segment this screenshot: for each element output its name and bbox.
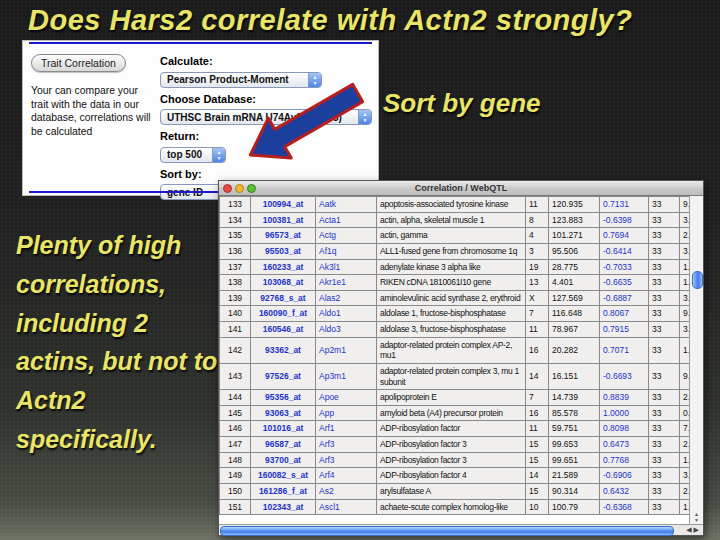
n-cases: 33 bbox=[649, 499, 680, 515]
gene-symbol[interactable]: Alas2 bbox=[316, 290, 377, 306]
description: arylsulfatase A bbox=[377, 483, 526, 499]
p-value: 1.50e-05 bbox=[680, 499, 690, 515]
gene-symbol[interactable]: Ascl1 bbox=[316, 499, 377, 515]
p-value: 2.89e-05 bbox=[680, 483, 690, 499]
probe-id[interactable]: 160090_f_at bbox=[251, 306, 316, 322]
close-icon[interactable] bbox=[223, 184, 232, 193]
minimize-icon[interactable] bbox=[235, 184, 244, 193]
gene-symbol[interactable]: Arf3 bbox=[316, 437, 377, 453]
description: aminolevulinic acid synthase 2, erythroi… bbox=[377, 290, 526, 306]
gene-symbol[interactable]: Aldo1 bbox=[316, 306, 377, 322]
correlation-table-body: 133100994_atAatkapoptosis-associated tyr… bbox=[220, 197, 690, 515]
position-mb: 16.151 bbox=[549, 363, 600, 389]
zoom-icon[interactable] bbox=[247, 184, 256, 193]
description: ALL1-fused gene from chromosome 1q bbox=[377, 243, 526, 259]
horizontal-scrollbar[interactable]: ◀▶ bbox=[219, 524, 703, 535]
n-cases: 33 bbox=[649, 322, 680, 338]
p-value: 2.40e-08 bbox=[680, 228, 690, 244]
probe-id[interactable]: 102343_at bbox=[251, 499, 316, 515]
probe-id[interactable]: 96573_at bbox=[251, 228, 316, 244]
description: aldolase 1, fructose-bisphosphatase bbox=[377, 306, 526, 322]
gene-symbol[interactable]: Af1q bbox=[316, 243, 377, 259]
description: actin, gamma bbox=[377, 228, 526, 244]
gene-symbol[interactable]: App bbox=[316, 405, 377, 421]
correlation: 0.7694 bbox=[600, 228, 649, 244]
chromosome: 3 bbox=[526, 243, 549, 259]
probe-id[interactable]: 95356_at bbox=[251, 390, 316, 406]
gene-symbol[interactable]: Arf1 bbox=[316, 421, 377, 437]
n-cases: 33 bbox=[649, 337, 680, 363]
probe-id[interactable]: 160546_at bbox=[251, 322, 316, 338]
n-cases: 33 bbox=[649, 228, 680, 244]
calculate-label: Calculate: bbox=[160, 55, 372, 67]
gene-symbol[interactable]: Arf3 bbox=[316, 452, 377, 468]
table-row: 14796587_atArf3ADP-ribosylation factor 3… bbox=[220, 437, 690, 453]
correlation: 0.8098 bbox=[600, 421, 649, 437]
window-titlebar[interactable]: Correlation / WebQTL bbox=[219, 181, 703, 196]
vertical-scrollbar-thumb[interactable] bbox=[692, 271, 703, 289]
position-mb: 95.506 bbox=[549, 243, 600, 259]
n-cases: 33 bbox=[649, 275, 680, 291]
row-index: 144 bbox=[220, 390, 251, 406]
trait-correlation-button[interactable]: Trait Correlation bbox=[31, 54, 126, 72]
gene-symbol[interactable]: Aldo3 bbox=[316, 322, 377, 338]
probe-id[interactable]: 95503_at bbox=[251, 243, 316, 259]
description: ADP-ribosylation factor bbox=[377, 421, 526, 437]
table-row: 14893700_atArf3ADP-ribosylation factor 3… bbox=[220, 452, 690, 468]
probe-id[interactable]: 92768_s_at bbox=[251, 290, 316, 306]
gene-symbol[interactable]: Actg bbox=[316, 228, 377, 244]
row-index: 135 bbox=[220, 228, 251, 244]
row-index: 133 bbox=[220, 197, 251, 213]
gene-symbol[interactable]: Ap3m1 bbox=[316, 363, 377, 389]
probe-id[interactable]: 93700_at bbox=[251, 452, 316, 468]
window-title: Correlation / WebQTL bbox=[219, 183, 703, 193]
gene-symbol[interactable]: Akr1e1 bbox=[316, 275, 377, 291]
n-cases: 33 bbox=[649, 290, 680, 306]
row-index: 134 bbox=[220, 212, 251, 228]
table-row: 133100994_atAatkapoptosis-associated tyr… bbox=[220, 197, 690, 213]
description: aldolase 3, fructose-bisphosphatase bbox=[377, 322, 526, 338]
probe-id[interactable]: 96587_at bbox=[251, 437, 316, 453]
vertical-scrollbar[interactable]: ▲▼ bbox=[689, 196, 703, 524]
chromosome: 11 bbox=[526, 421, 549, 437]
gene-symbol[interactable]: Ak3l1 bbox=[316, 259, 377, 275]
table-row: 14397526_atAp3m1adaptor-related protein … bbox=[220, 363, 690, 389]
table-row: 151102343_atAscl1achaete-scute complex h… bbox=[220, 499, 690, 515]
n-cases: 33 bbox=[649, 363, 680, 389]
probe-id[interactable]: 93362_at bbox=[251, 337, 316, 363]
row-index: 137 bbox=[220, 259, 251, 275]
probe-id[interactable]: 97526_at bbox=[251, 363, 316, 389]
probe-id[interactable]: 161286_f_at bbox=[251, 483, 316, 499]
gene-symbol[interactable]: As2 bbox=[316, 483, 377, 499]
probe-id[interactable]: 160082_s_at bbox=[251, 468, 316, 484]
gene-symbol[interactable]: Acta1 bbox=[316, 212, 377, 228]
probe-id[interactable]: 93063_at bbox=[251, 405, 316, 421]
vertical-scroll-arrows-icon[interactable]: ▲▼ bbox=[690, 511, 703, 523]
description: ADP-ribosylation factor 4 bbox=[377, 468, 526, 484]
n-cases: 33 bbox=[649, 437, 680, 453]
row-index: 136 bbox=[220, 243, 251, 259]
horizontal-scroll-arrows-icon[interactable]: ◀▶ bbox=[686, 526, 701, 534]
probe-id[interactable]: 103068_at bbox=[251, 275, 316, 291]
p-value: 9.90e-07 bbox=[680, 197, 690, 213]
probe-id[interactable]: 100994_at bbox=[251, 197, 316, 213]
gene-symbol[interactable]: Aatk bbox=[316, 197, 377, 213]
gene-symbol[interactable]: Apoe bbox=[316, 390, 377, 406]
position-mb: 28.775 bbox=[549, 259, 600, 275]
horizontal-scrollbar-thumb[interactable] bbox=[220, 526, 674, 536]
probe-id[interactable]: 101016_at bbox=[251, 421, 316, 437]
row-index: 138 bbox=[220, 275, 251, 291]
gene-symbol[interactable]: Arf4 bbox=[316, 468, 377, 484]
calculate-select[interactable]: Pearson Product-Moment ▲▼ bbox=[160, 72, 322, 88]
probe-id[interactable]: 100381_at bbox=[251, 212, 316, 228]
p-value: 1.38e-06 bbox=[680, 337, 690, 363]
n-cases: 33 bbox=[649, 421, 680, 437]
description: amyloid beta (A4) precursor protein bbox=[377, 405, 526, 421]
position-mb: 123.883 bbox=[549, 212, 600, 228]
correlation: -0.6414 bbox=[600, 243, 649, 259]
probe-id[interactable]: 160233_at bbox=[251, 259, 316, 275]
gene-symbol[interactable]: Ap2m1 bbox=[316, 337, 377, 363]
p-value: 0.00e+00 bbox=[680, 405, 690, 421]
return-select[interactable]: top 500 ▲▼ bbox=[160, 147, 226, 163]
page-title: Does Hars2 correlate with Actn2 strongly… bbox=[28, 4, 632, 37]
